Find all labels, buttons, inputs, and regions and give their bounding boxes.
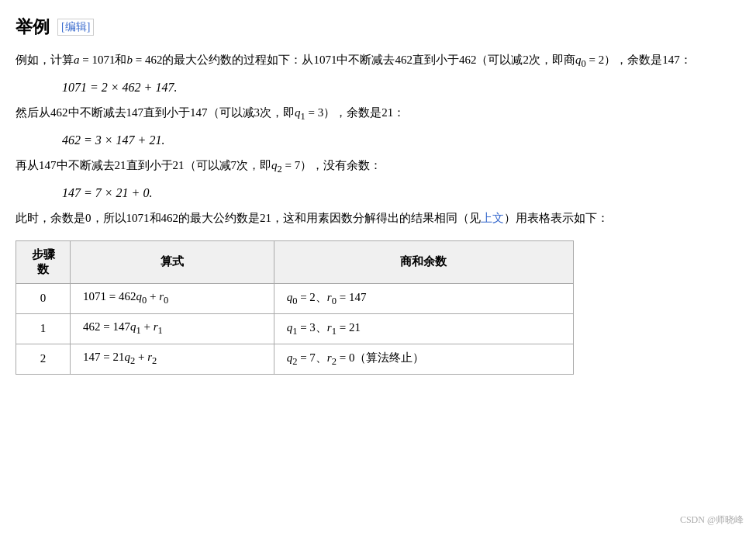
table-cell-formula-1: 462 = 147q1 + r1 bbox=[71, 313, 274, 344]
table-header-step: 步骤数 bbox=[16, 240, 71, 283]
table-cell-result-0: q0 = 2、r0 = 147 bbox=[274, 283, 573, 313]
section-header: 举例 [编辑] bbox=[16, 16, 737, 39]
table-header-formula: 算式 bbox=[71, 240, 274, 283]
link-upper-text[interactable]: 上文 bbox=[481, 212, 504, 224]
section-title-text: 举例 bbox=[16, 16, 50, 39]
math-block-1: 1071 = 2 × 462 + 147. bbox=[62, 81, 737, 95]
math-block-3: 147 = 7 × 21 + 0. bbox=[62, 186, 737, 200]
table-cell-step-0: 0 bbox=[16, 283, 71, 313]
table-cell-step-2: 2 bbox=[16, 344, 71, 374]
table-header-result: 商和余数 bbox=[274, 240, 573, 283]
watermark: CSDN @师晓峰 bbox=[680, 514, 744, 527]
table-row: 2 147 = 21q2 + r2 q2 = 7、r2 = 0（算法终止） bbox=[16, 344, 574, 374]
table-cell-formula-0: 1071 = 462q0 + r0 bbox=[71, 283, 274, 313]
table-cell-step-1: 1 bbox=[16, 313, 71, 344]
paragraph-4: 此时，余数是0，所以1071和462的最大公约数是21，这和用素因数分解得出的结… bbox=[16, 208, 737, 228]
paragraph-1: 例如，计算a = 1071和b = 462的最大公约数的过程如下：从1071中不… bbox=[16, 50, 737, 73]
edit-link[interactable]: [编辑] bbox=[57, 19, 94, 36]
table-row: 1 462 = 147q1 + r1 q1 = 3、r1 = 21 bbox=[16, 313, 574, 344]
gcd-table: 步骤数 算式 商和余数 0 1071 = 462q0 + r0 q0 = 2、r… bbox=[16, 240, 574, 375]
paragraph-3: 再从147中不断减去21直到小于21（可以减7次，即q2 = 7），没有余数： bbox=[16, 155, 737, 178]
table-header-row: 步骤数 算式 商和余数 bbox=[16, 240, 574, 283]
table-cell-formula-2: 147 = 21q2 + r2 bbox=[71, 344, 274, 374]
table-cell-result-1: q1 = 3、r1 = 21 bbox=[274, 313, 573, 344]
table-row: 0 1071 = 462q0 + r0 q0 = 2、r0 = 147 bbox=[16, 283, 574, 313]
paragraph-2: 然后从462中不断减去147直到小于147（可以减3次，即q1 = 3），余数是… bbox=[16, 102, 737, 126]
math-block-2: 462 = 3 × 147 + 21. bbox=[62, 133, 737, 147]
table-cell-result-2: q2 = 7、r2 = 0（算法终止） bbox=[274, 344, 573, 374]
